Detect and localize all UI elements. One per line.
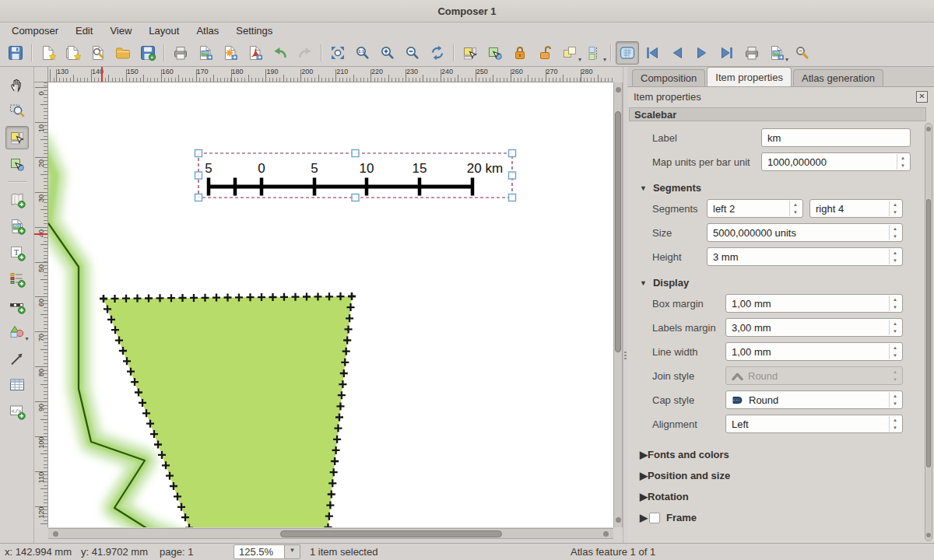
- label-input[interactable]: km: [761, 128, 911, 147]
- add-label-button[interactable]: T: [5, 241, 29, 264]
- zoom-level-combo[interactable]: 125.5% ▼: [234, 544, 300, 559]
- frame-section-header[interactable]: ▶ Frame: [640, 512, 923, 523]
- atlas-prev-feature-button[interactable]: [665, 41, 689, 65]
- export-pdf-button[interactable]: [244, 41, 267, 65]
- spinner-arrows[interactable]: ▲▼: [789, 201, 801, 216]
- export-image-button[interactable]: [194, 41, 217, 65]
- spinner-arrows[interactable]: ▲▼: [889, 225, 901, 240]
- scalebar-item[interactable]: 505101520 km: [195, 150, 516, 201]
- duplicate-composition-button[interactable]: [61, 41, 85, 65]
- scroll-up-stepper[interactable]: [926, 127, 931, 131]
- canvas-horizontal-scrollbar[interactable]: [48, 528, 613, 539]
- lock-items-button[interactable]: [508, 41, 532, 65]
- save-template-button[interactable]: [136, 41, 160, 65]
- segments-section-header[interactable]: ▼ Segments: [640, 182, 923, 194]
- segments-left-input[interactable]: left 2 ▲▼: [707, 199, 803, 218]
- alignment-select[interactable]: Left ▲▼: [725, 415, 903, 433]
- tab-atlas-generation[interactable]: Atlas generation: [793, 69, 883, 86]
- menu-view[interactable]: View: [101, 23, 140, 39]
- add-html-button[interactable]: </>: [5, 400, 29, 423]
- select-move-item-tool-button[interactable]: [5, 126, 29, 149]
- pan-tool-button[interactable]: [5, 73, 29, 96]
- selection-handle[interactable]: [509, 150, 516, 157]
- selection-handle[interactable]: [352, 194, 359, 201]
- print-button[interactable]: [169, 41, 192, 65]
- zoom-full-button[interactable]: [326, 41, 349, 65]
- atlas-first-feature-button[interactable]: [641, 41, 664, 65]
- move-item-content-button[interactable]: [483, 41, 507, 65]
- scroll-down-stepper[interactable]: [616, 517, 621, 523]
- size-input[interactable]: 5000,000000 units ▲▼: [707, 223, 903, 242]
- add-image-button[interactable]: [5, 215, 29, 238]
- redo-button[interactable]: [293, 41, 317, 65]
- spinner-arrows[interactable]: ▲▼: [889, 201, 901, 216]
- menu-layout[interactable]: Layout: [140, 23, 188, 39]
- scroll-up-stepper[interactable]: [616, 87, 621, 93]
- atlas-settings-button[interactable]: [790, 41, 813, 65]
- scroll-right-stepper[interactable]: [603, 531, 609, 537]
- refresh-view-button[interactable]: [426, 41, 449, 65]
- rotation-section-header[interactable]: ▶ Rotation: [640, 491, 923, 502]
- add-scalebar-button[interactable]: [5, 294, 29, 317]
- zoom-level-value[interactable]: 125.5%: [234, 544, 285, 559]
- canvas-horizontal-scroll-thumb[interactable]: [280, 530, 502, 537]
- add-arrow-button[interactable]: [5, 347, 29, 370]
- selection-handle[interactable]: [509, 194, 516, 201]
- panel-scroll-thumb[interactable]: [926, 199, 931, 467]
- unlock-items-button[interactable]: [533, 41, 557, 65]
- tab-composition[interactable]: Composition: [632, 69, 705, 86]
- raise-items-button[interactable]: ▾: [558, 41, 581, 65]
- add-shape-button[interactable]: ▾: [5, 320, 29, 344]
- cap-style-select[interactable]: Round ▲▼: [725, 390, 903, 409]
- align-items-button[interactable]: ▾: [583, 41, 606, 65]
- spinner-arrows[interactable]: ▲▼: [889, 296, 901, 311]
- scroll-down-stepper[interactable]: [926, 533, 931, 537]
- height-input[interactable]: 3 mm ▲▼: [707, 247, 903, 266]
- move-content-tool-button[interactable]: [5, 152, 29, 176]
- canvas-vertical-scrollbar[interactable]: [613, 82, 623, 527]
- spinner-arrows[interactable]: ▲▼: [897, 154, 908, 170]
- panel-scrollbar[interactable]: [925, 123, 932, 541]
- close-panel-button[interactable]: ✕: [916, 91, 928, 103]
- spinner-arrows[interactable]: ▲▼: [889, 416, 901, 432]
- selection-handle[interactable]: [195, 150, 202, 157]
- menu-settings[interactable]: Settings: [227, 23, 281, 39]
- selection-handle[interactable]: [195, 194, 202, 201]
- segments-right-input[interactable]: right 4 ▲▼: [809, 199, 903, 218]
- zoom-actual-button[interactable]: 1:1: [351, 41, 374, 65]
- map-units-input[interactable]: 1000,000000 ▲▼: [761, 152, 911, 171]
- menu-atlas[interactable]: Atlas: [188, 23, 227, 39]
- zoom-combo-dropdown-button[interactable]: ▼: [285, 544, 300, 559]
- zoom-in-button[interactable]: [376, 41, 399, 65]
- spinner-arrows[interactable]: ▲▼: [889, 392, 901, 408]
- export-atlas-button[interactable]: ▾: [765, 41, 788, 65]
- save-project-button[interactable]: [4, 41, 27, 65]
- zoom-out-button[interactable]: [401, 41, 424, 65]
- add-legend-button[interactable]: [5, 268, 29, 291]
- spinner-arrows[interactable]: ▲▼: [889, 249, 901, 264]
- atlas-next-feature-button[interactable]: [690, 41, 714, 65]
- export-svg-button[interactable]: [219, 41, 242, 65]
- spinner-arrows[interactable]: ▲▼: [889, 344, 901, 359]
- frame-checkbox[interactable]: [649, 513, 660, 523]
- scroll-left-stepper[interactable]: [53, 531, 58, 537]
- new-composition-button[interactable]: [37, 41, 60, 65]
- zoom-tool-button[interactable]: [5, 100, 29, 123]
- load-template-button[interactable]: [111, 41, 135, 65]
- composer-manager-button[interactable]: [86, 41, 110, 65]
- fonts-colors-section-header[interactable]: ▶ Fonts and colors: [640, 449, 923, 460]
- display-section-header[interactable]: ▼ Display: [640, 277, 923, 289]
- atlas-preview-button[interactable]: [616, 41, 639, 65]
- canvas-vertical-scroll-thumb[interactable]: [615, 111, 621, 352]
- composition-canvas[interactable]: 505101520 km: [48, 82, 613, 527]
- add-map-button[interactable]: [5, 188, 29, 212]
- menu-composer[interactable]: Composer: [3, 23, 67, 39]
- selection-handle[interactable]: [195, 172, 202, 179]
- selection-handle[interactable]: [509, 172, 516, 179]
- line-width-input[interactable]: 1,00 mm ▲▼: [725, 342, 903, 361]
- selection-handle[interactable]: [352, 150, 359, 157]
- atlas-last-feature-button[interactable]: [715, 41, 739, 65]
- box-margin-input[interactable]: 1,00 mm ▲▼: [725, 294, 903, 313]
- select-move-item-button[interactable]: [458, 41, 482, 65]
- undo-button[interactable]: [269, 41, 292, 65]
